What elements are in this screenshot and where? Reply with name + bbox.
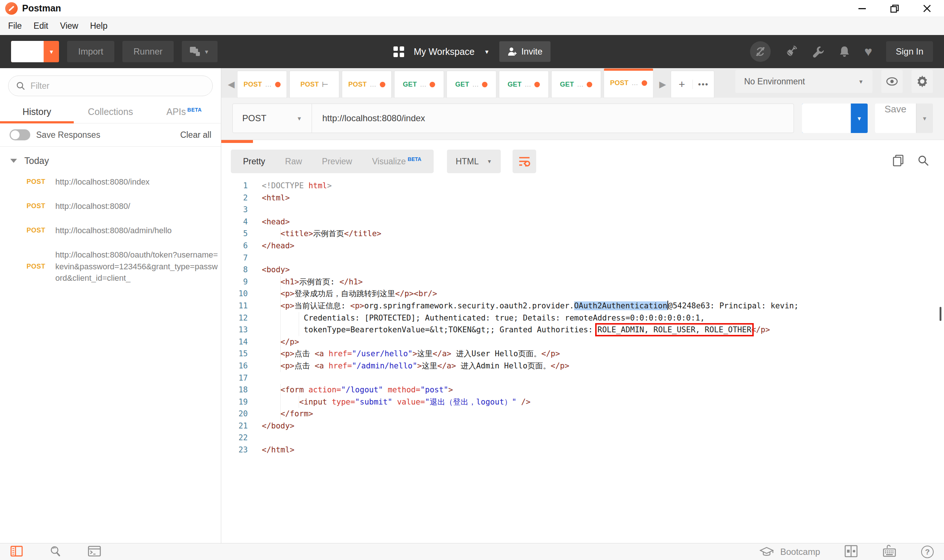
menu-bar: FileEditViewHelp: [0, 17, 944, 35]
request-tab[interactable]: GET…: [499, 71, 548, 98]
request-tab[interactable]: POST…: [238, 71, 287, 98]
environment-quick-look-button[interactable]: [881, 70, 903, 93]
request-tab[interactable]: POST…: [604, 69, 653, 98]
satellite-icon[interactable]: [785, 45, 798, 58]
code-token: "submit": [355, 397, 392, 406]
history-group-today[interactable]: Today: [0, 147, 221, 170]
history-item[interactable]: POSThttp://localhost:8080/: [0, 194, 221, 218]
two-pane-icon[interactable]: [844, 545, 858, 559]
response-view-preview[interactable]: Preview: [312, 157, 362, 166]
sync-disabled-icon[interactable]: [750, 41, 771, 62]
line-number: 22: [221, 432, 248, 444]
response-body-code[interactable]: 1<!DOCTYPE html>2<html>34<head>5<title>示…: [221, 177, 944, 543]
request-tab[interactable]: POST⊢: [290, 71, 339, 98]
request-tab[interactable]: GET…: [447, 71, 496, 98]
sidebar-tab-collections[interactable]: Collections: [74, 101, 148, 123]
code-token: @54248e63: Principal: kevin;: [668, 302, 799, 310]
new-dropdown-button[interactable]: ▼: [43, 41, 59, 62]
code-line: 14</p>: [221, 336, 944, 348]
new-button-label: New: [19, 56, 36, 62]
collapse-triangle-icon[interactable]: [10, 159, 17, 163]
clear-all-link[interactable]: Clear all: [180, 130, 211, 140]
sidebar-tab-apis[interactable]: APIsBETA: [147, 101, 221, 123]
url-input[interactable]: http://localhost:8080/index: [312, 104, 794, 132]
method-selector[interactable]: POST ▼: [233, 104, 312, 132]
keyboard-shortcuts-icon[interactable]: [882, 545, 897, 559]
search-response-button[interactable]: [918, 155, 929, 168]
wrap-text-button[interactable]: [512, 149, 536, 173]
menu-edit[interactable]: Edit: [28, 21, 54, 31]
bell-icon[interactable]: [839, 45, 850, 58]
history-item[interactable]: POSThttp://localhost:8080/admin/hello: [0, 218, 221, 243]
line-number: 4: [221, 216, 248, 228]
code-token: >: [417, 362, 422, 370]
environment-caret-icon: ▼: [858, 78, 864, 85]
settings-button[interactable]: [912, 70, 933, 93]
sidebar-toggle-icon[interactable]: [10, 546, 23, 558]
new-button[interactable]: + New ▼: [11, 41, 59, 62]
menu-view[interactable]: View: [54, 21, 84, 31]
line-number: 5: [221, 228, 248, 240]
code-token: org.springframework.security.oauth2.prov…: [364, 302, 574, 310]
restore-icon[interactable]: [889, 3, 900, 14]
request-tab[interactable]: GET…: [395, 71, 444, 98]
menu-file[interactable]: File: [2, 21, 28, 31]
scroll-tabs-left-icon[interactable]: ◀: [225, 71, 238, 98]
code-line: 3: [221, 204, 944, 216]
heart-icon[interactable]: ♥: [864, 44, 872, 59]
request-tab[interactable]: POST…: [342, 71, 391, 98]
open-new-tab-button[interactable]: +: [671, 78, 693, 91]
scrollbar-thumb[interactable]: [939, 307, 941, 321]
menu-help[interactable]: Help: [84, 21, 113, 31]
minimize-icon[interactable]: [857, 3, 867, 14]
runner-button[interactable]: Runner: [122, 41, 174, 62]
code-token: </html>: [262, 445, 295, 454]
send-dropdown-button[interactable]: ▼: [851, 103, 868, 133]
response-view-visualize[interactable]: VisualizeBETA: [362, 156, 432, 166]
workspace-name[interactable]: My Workspace: [414, 46, 475, 57]
invite-person-icon: [507, 47, 517, 56]
invite-button[interactable]: Invite: [499, 41, 551, 62]
request-tab-title: ⊢: [322, 80, 328, 89]
request-tab[interactable]: GET…: [552, 71, 601, 98]
code-token: >: [327, 181, 332, 190]
unsaved-dot-icon: [587, 82, 592, 87]
workspace-caret-icon[interactable]: ▼: [484, 49, 490, 55]
bootcamp-button[interactable]: Bootcamp: [760, 547, 820, 557]
wrench-icon[interactable]: [812, 45, 825, 58]
response-language-selector[interactable]: HTML ▼: [447, 149, 501, 173]
eye-icon: [886, 77, 898, 86]
code-line-content: tokenType=BearertokenValue=&lt;TOKEN&gt;…: [262, 325, 770, 334]
request-tab-method: POST: [301, 81, 319, 88]
environment-selector[interactable]: No Environment ▼: [735, 70, 873, 93]
send-button[interactable]: Send ▼: [802, 103, 868, 133]
history-item[interactable]: POSThttp://localhost:8080/index: [0, 170, 221, 194]
line-number: 13: [221, 324, 248, 336]
code-line-content: <input type="submit" value="退出（登出，logout…: [262, 397, 531, 406]
response-view-pretty[interactable]: Pretty: [233, 157, 275, 166]
tab-options-button[interactable]: •••: [693, 80, 714, 89]
line-number: 3: [221, 204, 248, 216]
filter-input[interactable]: [31, 81, 205, 91]
save-responses-toggle[interactable]: [9, 129, 30, 140]
save-dropdown-button[interactable]: ▼: [916, 103, 933, 133]
save-button[interactable]: Save ▼: [875, 103, 933, 133]
copy-response-button[interactable]: [892, 154, 904, 168]
import-button[interactable]: Import: [67, 41, 114, 62]
workspace-builder-button[interactable]: ▼: [182, 41, 217, 62]
sidebar-tab-history[interactable]: History: [0, 101, 74, 123]
scroll-tabs-right-icon[interactable]: ▶: [656, 71, 669, 98]
code-line: 12 Credentials: [PROTECTED]; Authenticat…: [221, 312, 944, 324]
response-view-raw[interactable]: Raw: [275, 157, 312, 166]
close-icon[interactable]: [922, 3, 932, 14]
indent-guide: [262, 276, 281, 288]
sign-in-button[interactable]: Sign In: [886, 41, 933, 62]
find-icon[interactable]: [49, 545, 61, 558]
history-item[interactable]: POSThttp://localhost:8080/oauth/token?us…: [0, 243, 221, 291]
workspace-grid-icon[interactable]: [393, 46, 404, 57]
filter-box[interactable]: [8, 75, 213, 96]
console-icon[interactable]: [88, 546, 101, 558]
code-token: />: [521, 397, 530, 406]
help-icon[interactable]: ?: [921, 546, 934, 558]
code-token: </p>: [551, 362, 569, 370]
